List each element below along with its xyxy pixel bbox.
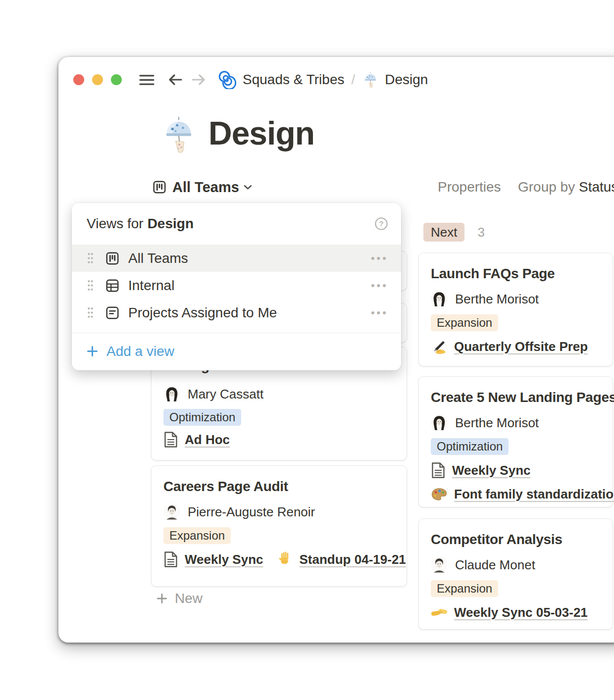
board-view-icon [105, 251, 120, 266]
related-links-row: Ad Hoc [163, 431, 230, 448]
project-card[interactable]: Careers Page Audit Pierre-Auguste Renoir… [151, 465, 407, 587]
tag-badge: Optimization [431, 438, 509, 455]
column-header-next: Next 3 [423, 223, 485, 242]
chevron-down-icon [244, 185, 252, 190]
palette-emoji [431, 486, 448, 502]
document-icon [163, 551, 178, 568]
avatar [431, 556, 448, 573]
assignee-name: Claude Monet [455, 557, 535, 573]
page-link[interactable]: Ad Hoc [185, 432, 230, 448]
tag-row: Expansion [431, 314, 601, 331]
project-card[interactable]: Competitor Analysis Claude Monet Expansi… [418, 518, 613, 630]
page-link[interactable]: Weekly Sync [185, 552, 263, 567]
page-icon wind-chime-emoji[interactable] [160, 115, 198, 153]
view-selector[interactable]: All Teams [149, 177, 255, 197]
close-button[interactable] [73, 74, 84, 85]
views-popup-header: Views for Design [72, 203, 401, 245]
views-popup-title-prefix: Views for [87, 216, 144, 232]
minimize-button[interactable] [92, 74, 103, 85]
view-item-internal[interactable]: Internal ••• [72, 272, 401, 299]
view-selector-label: All Teams [172, 179, 239, 196]
status-badge[interactable]: Next [423, 223, 464, 242]
group-by-label: Group by [518, 179, 575, 195]
view-item-label: Projects Assigned to Me [128, 305, 371, 321]
tag-row: Optimization [431, 438, 601, 455]
column-count: 3 [477, 225, 484, 240]
document-icon [163, 431, 178, 448]
card-title: Careers Page Audit [163, 478, 395, 496]
project-card[interactable]: Create 5 New Landing Pages Berthe Moriso… [418, 376, 613, 507]
view-item-all-teams[interactable]: All Teams ••• [72, 245, 401, 272]
related-links-row: Weekly Sync 05-03-21 [431, 604, 601, 621]
breadcrumb-page[interactable]: Design [385, 72, 428, 88]
sidebar-menu-button[interactable] [139, 74, 155, 86]
tag-badge: Optimization [163, 409, 241, 426]
arrow-right-icon [190, 71, 207, 88]
assignee-row: Claude Monet [431, 556, 601, 573]
properties-button[interactable]: Properties [438, 177, 501, 197]
assignee-row: Pierre-Auguste Renoir [163, 503, 395, 520]
page-title[interactable]: Design [208, 112, 314, 154]
forward-button[interactable] [190, 71, 207, 88]
window-topbar: Squads & Tribes / Design [73, 69, 428, 90]
plus-icon [87, 346, 98, 357]
tag-badge: Expansion [431, 580, 498, 597]
page-link[interactable]: Quarterly Offsite Prep [454, 339, 588, 354]
new-card-button[interactable]: New [156, 591, 203, 606]
avatar [431, 291, 448, 307]
avatar [163, 386, 180, 402]
document-icon [431, 462, 446, 479]
add-view-button[interactable]: Add a view [72, 333, 401, 369]
tag-badge: Expansion [431, 314, 498, 331]
page-link[interactable]: Font family standardization [454, 487, 614, 502]
project-card[interactable]: Launch FAQs Page Berthe Morisot Expansio… [418, 252, 613, 366]
views-popup-title-page: Design [148, 216, 194, 232]
zoom-button[interactable] [111, 74, 122, 85]
view-item-label: Internal [128, 278, 371, 294]
group-by-button[interactable]: Group by Status [518, 177, 614, 197]
plus-icon [156, 593, 167, 604]
page-header: Design [160, 112, 314, 154]
view-item-menu-button[interactable]: ••• [371, 306, 388, 319]
drag-handle-icon[interactable] [87, 306, 94, 319]
back-button[interactable] [167, 71, 184, 88]
tag-badge: Expansion [163, 527, 231, 544]
writing-hand-emoji [431, 338, 448, 355]
drag-handle-icon[interactable] [87, 252, 94, 264]
related-links-row: Weekly Sync Standup 04-19-21 [163, 551, 395, 568]
page-link[interactable]: Weekly Sync 05-03-21 [454, 605, 588, 620]
arrow-left-icon [167, 71, 184, 88]
avatar [163, 503, 180, 520]
view-item-menu-button[interactable]: ••• [371, 279, 388, 292]
view-item-label: All Teams [128, 250, 371, 266]
card-title: Launch FAQs Page [431, 265, 601, 283]
card-title: Create 5 New Landing Pages [431, 389, 601, 406]
assignee-row: Berthe Morisot [431, 414, 601, 431]
help-icon[interactable] [374, 217, 388, 231]
breadcrumb-separator: / [351, 72, 355, 88]
assignee-row: Berthe Morisot [431, 291, 601, 307]
page-link[interactable]: Standup 04-19-21 [300, 552, 406, 567]
assignee-name: Berthe Morisot [455, 292, 539, 307]
view-item-menu-button[interactable]: ••• [371, 252, 388, 265]
wind-chime-emoji [362, 71, 379, 88]
views-popup: Views for Design All Teams ••• Internal … [72, 203, 401, 370]
screenshot-canvas: { "topbar": { "workspace": "Squads & Tri… [0, 0, 614, 700]
spiral-logo-icon [217, 70, 236, 89]
view-item-projects-assigned-to-me[interactable]: Projects Assigned to Me ••• [72, 299, 401, 326]
workspace-logo[interactable] [217, 70, 236, 89]
related-links-row: Quarterly Offsite Prep [431, 338, 601, 355]
breadcrumb-workspace[interactable]: Squads & Tribes [243, 72, 344, 88]
table-view-icon [105, 278, 120, 293]
app-window: Squads & Tribes / Design Design All Team… [58, 57, 614, 643]
avatar [431, 414, 448, 431]
drag-handle-icon[interactable] [87, 279, 94, 292]
tag-row: Optimization [163, 409, 241, 426]
page-link[interactable]: Weekly Sync [452, 463, 531, 478]
add-view-label: Add a view [106, 344, 174, 359]
related-links-row: Weekly Sync [431, 462, 601, 479]
related-links-row: Font family standardization [431, 486, 601, 502]
group-by-value: Status [579, 179, 614, 195]
handshake-emoji [431, 604, 448, 621]
list-view-icon [105, 305, 120, 320]
